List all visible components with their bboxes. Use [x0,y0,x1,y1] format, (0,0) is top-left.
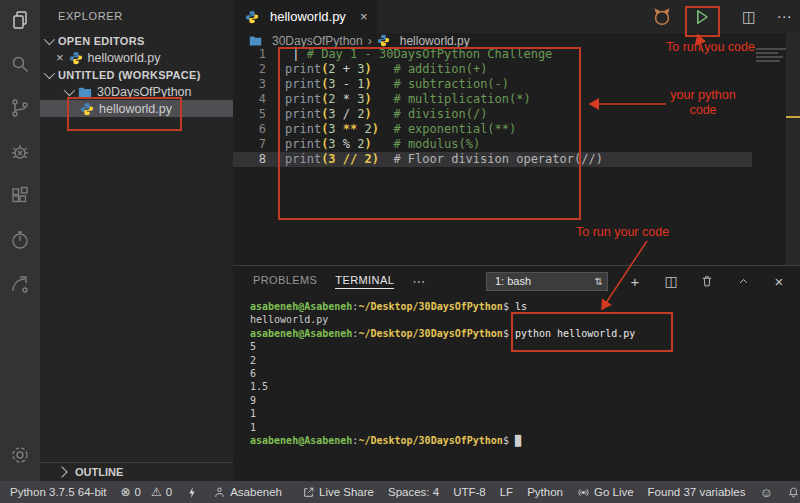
line-number: 7 [233,137,266,152]
token-user: asabeneh@Asabeneh [250,328,352,339]
folder-item[interactable]: 30DaysOfPython [40,83,233,100]
line-number: 4 [233,92,266,107]
bell-icon [787,486,800,499]
token-plain [372,107,394,121]
breadcrumb-file[interactable]: helloworld.py [400,34,470,48]
terminal-lines[interactable]: asabeneh@Asabeneh:~/Desktop/30DaysOfPyth… [250,300,635,447]
terminal-line-5: 2 [250,354,635,367]
section-outline[interactable]: OUTLINE [40,462,233,481]
token-out: 2 [250,355,256,366]
close-panel-icon[interactable]: × [770,272,788,290]
file-item-selected[interactable]: helloworld.py [40,100,233,117]
token-out: 9 [250,395,256,406]
stepper-icon: ⇅ [595,276,603,287]
open-editor-item[interactable]: × helloworld.py [40,49,233,66]
code-lines[interactable]: 1 │ # Day 1 - 30DaysOfPython Challenge2p… [233,47,800,167]
search-icon[interactable] [8,52,32,76]
go-live-item[interactable]: Go Live [577,486,634,499]
settings-gear-icon[interactable] [8,443,32,467]
close-icon[interactable]: × [56,50,64,65]
split-terminal-icon[interactable]: ◫ [662,272,680,290]
tab-helloworld[interactable]: helloworld.py × [233,0,377,33]
python-version[interactable]: Python 3.7.5 64-bit [10,486,107,498]
tab-terminal[interactable]: TERMINAL [335,274,394,289]
open-editor-filename: helloworld.py [88,51,161,65]
eol-setting[interactable]: LF [500,486,513,498]
terminal-line-6: 6 [250,367,635,380]
token-out: 1 [250,422,256,433]
code-line-1[interactable]: 1 │ # Day 1 - 30DaysOfPython Challenge [233,47,800,62]
problems-summary[interactable]: ⊗0 ⚠0 [121,486,173,498]
line-number: 8 [233,152,266,167]
sidebar-title: EXPLORER [40,0,233,32]
cat-extension-icon[interactable] [651,5,673,29]
token-out: 1 [250,408,256,419]
timer-icon[interactable] [8,228,32,252]
token-comment: # Day 1 - 30DaysOfPython Challenge [307,47,553,61]
split-editor-icon[interactable]: ◫ [738,5,760,29]
code-line-4[interactable]: 4print(2 * 3) # multiplication(*) [233,92,800,107]
token-num: 3 [328,137,335,151]
run-debug-icon[interactable] [8,140,32,164]
maximize-panel-icon[interactable] [734,272,752,290]
kill-terminal-icon[interactable] [698,272,716,290]
token-cmd: ls [515,301,527,312]
terminal-line-1: asabeneh@Asabeneh:~/Desktop/30DaysOfPyth… [250,300,635,313]
token-num: 2 [357,137,364,151]
token-path: ~/Desktop/30DaysOfPython [358,328,503,339]
error-icon: ⊗ [121,486,131,498]
code-line-2[interactable]: 2print(2 + 3) # addition(+) [233,62,800,77]
live-share-icon [302,486,315,499]
breadcrumb-folder[interactable]: 30DaysOfPython [272,34,363,48]
token-fn: print [285,122,321,136]
token-comment: # exponential(**) [393,122,516,136]
folder-name: 30DaysOfPython [97,85,192,99]
account-item[interactable]: Asabeneh [213,486,282,499]
token-op: / [336,107,358,121]
shell-selector[interactable]: 1: bash ⇅ [486,272,608,291]
code-line-7[interactable]: 7print(3 % 2) # modulus(%) [233,137,800,152]
section-open-editors[interactable]: OPEN EDITORS [40,32,233,49]
variables-found[interactable]: Found 37 variables [648,486,746,498]
token-num: 2 [328,92,335,106]
token-comment: # subtraction(-) [393,77,509,91]
token-out: $ [503,435,515,446]
explorer-files-icon[interactable] [8,8,32,32]
token-num: 3 [328,107,335,121]
minimap[interactable] [752,33,800,265]
notifications-item[interactable]: 1 [787,486,800,499]
extensions-icon[interactable] [8,184,32,208]
token-op: % [336,137,358,151]
tab-problems[interactable]: PROBLEMS [253,274,317,288]
indentation-setting[interactable]: Spaces: 4 [388,486,439,498]
run-code-button[interactable] [690,5,714,29]
smiley-icon[interactable]: ☺ [759,486,772,499]
code-line-5[interactable]: 5print(3 / 2) # division(/) [233,107,800,122]
feedback-bolt[interactable] [186,486,199,499]
editor-tab-bar: helloworld.py × [233,0,800,33]
encoding-setting[interactable]: UTF-8 [453,486,486,498]
breadcrumb: 30DaysOfPython › helloworld.py [249,33,470,48]
section-workspace[interactable]: UNTITLED (WORKSPACE) [40,66,233,83]
token-fn: print [285,77,321,91]
live-share-activity-icon[interactable] [8,272,32,296]
more-actions-icon[interactable]: ⋯ [773,5,795,29]
tab-close-icon[interactable]: × [360,9,368,24]
token-comment-hl: # Floor division operator(//) [393,152,603,166]
live-share-item[interactable]: Live Share [302,486,374,499]
panel-more-icon[interactable]: ⋯ [412,274,425,289]
code-line-8[interactable]: 8print(3 // 2) # Floor division operator… [233,152,752,167]
chevron-down-icon [44,67,55,78]
code-line-3[interactable]: 3print(3 - 1) # subtraction(-) [233,77,800,92]
token-user: asabeneh@Asabeneh [250,435,352,446]
line-number: 5 [233,107,266,122]
code-line-6[interactable]: 6print(3 ** 2) # exponential(**) [233,122,800,137]
token-num: 1 [357,77,364,91]
language-mode[interactable]: Python [527,486,563,498]
token-gold: (3 // 2) [321,152,379,166]
token-user: asabeneh@Asabeneh [250,301,352,312]
token-plain [379,152,393,166]
new-terminal-icon[interactable]: + [626,272,644,290]
line-number: 3 [233,77,266,92]
source-control-icon[interactable] [8,96,32,120]
